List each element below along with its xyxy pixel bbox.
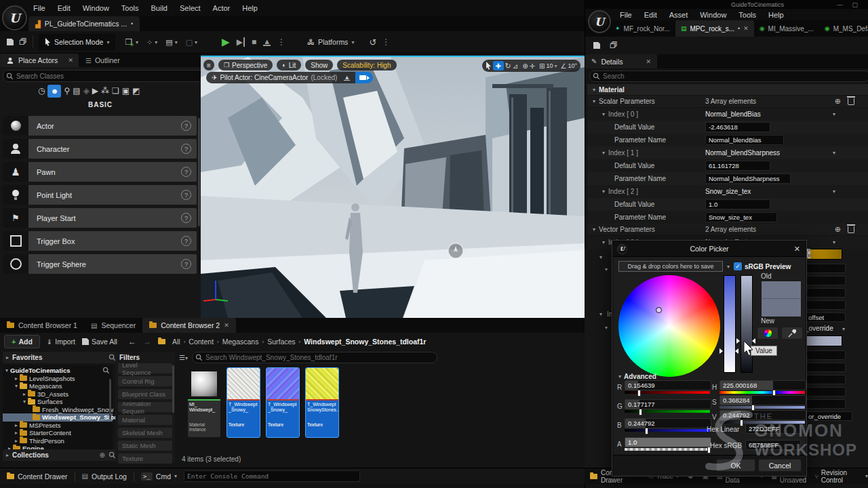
parameter-name-input[interactable] bbox=[705, 135, 784, 145]
filter-skeletal-mesh[interactable]: Skeletal Mesh bbox=[118, 428, 172, 438]
menu-actor[interactable]: Actor bbox=[207, 1, 237, 16]
scalar-index-2-row[interactable]: ▾Index [ 2 ] Snow_size_tex ▾ bbox=[587, 185, 868, 198]
details-search-input[interactable]: Search bbox=[589, 70, 868, 82]
place-item-trigger-box[interactable]: Trigger Box ? bbox=[3, 231, 197, 251]
stop-button[interactable]: ■ bbox=[252, 37, 256, 47]
color-wheel-mode-button[interactable] bbox=[757, 327, 778, 340]
favorites-header[interactable]: ▸ Favorites bbox=[3, 352, 119, 363]
hex-linear-input[interactable] bbox=[745, 424, 801, 434]
chevron-down-icon[interactable]: ▾ bbox=[727, 264, 730, 270]
platforms-dropdown[interactable]: 🖧 Platforms ▾ bbox=[307, 38, 354, 46]
place-item-point-light[interactable]: Point Light ? bbox=[3, 185, 197, 205]
r-gradient-bar[interactable] bbox=[625, 391, 710, 394]
s-gradient-bar[interactable] bbox=[719, 406, 805, 409]
close-tab-icon[interactable]: ✕ bbox=[68, 57, 73, 64]
default-value-input[interactable] bbox=[705, 199, 770, 209]
chevron-down-icon[interactable]: ▾ bbox=[833, 239, 835, 245]
asset-material-instance[interactable]: MI_ Windswept_ Material Instance bbox=[188, 368, 220, 437]
import-button[interactable]: ⇓ Import bbox=[47, 338, 75, 346]
shapes-category-icon[interactable]: ❏ bbox=[112, 86, 119, 96]
tree-item[interactable]: ▸MSPresets bbox=[3, 422, 113, 430]
browse-icon[interactable]: 🗇 bbox=[610, 41, 618, 50]
trash-icon[interactable] bbox=[848, 98, 854, 105]
clipped-field[interactable] bbox=[805, 264, 846, 273]
place-item-player-start[interactable]: ⚑ Player Start ? bbox=[3, 208, 197, 228]
tree-item[interactable]: ▸StarterContent bbox=[3, 429, 113, 437]
content-drawer-button[interactable]: Content Drawer bbox=[7, 472, 68, 481]
value-marker-left[interactable] bbox=[736, 338, 740, 344]
b-gradient-bar[interactable] bbox=[625, 429, 710, 432]
help-icon[interactable]: ? bbox=[181, 236, 191, 246]
scalar-parameters-header[interactable]: ▾Scalar Parameters 3 Array elements ⊕ bbox=[587, 96, 868, 107]
param-dropdown[interactable]: Normal_blendSharpness bbox=[705, 149, 780, 157]
cinematics-dropdown[interactable]: ▤▾ bbox=[165, 38, 177, 47]
add-collection-icon[interactable]: ⊕ bbox=[100, 451, 105, 459]
chevron-down-icon[interactable]: ▾ bbox=[833, 188, 835, 195]
color-wheel-marker[interactable] bbox=[656, 307, 662, 313]
close-tab-icon[interactable]: ✕ bbox=[646, 58, 652, 65]
basic-category-icon[interactable]: ☻ bbox=[47, 85, 61, 98]
show-dropdown[interactable]: Show bbox=[305, 60, 333, 70]
quick-settings-dropdown[interactable]: ▢▾ bbox=[186, 38, 197, 47]
search-icon[interactable] bbox=[102, 367, 110, 374]
menu-help[interactable]: Help bbox=[236, 1, 264, 16]
viewport-options-menu[interactable]: ≡ bbox=[203, 60, 214, 70]
eject-pilot-icon[interactable]: ▲ bbox=[344, 75, 350, 81]
menu-edit[interactable]: Edit bbox=[52, 1, 77, 16]
clipped-field[interactable] bbox=[805, 276, 846, 285]
tree-scrollbar[interactable] bbox=[109, 379, 111, 420]
r-input[interactable] bbox=[625, 380, 711, 390]
advanced-toggle[interactable]: ▾Advanced bbox=[618, 373, 656, 380]
save-icon[interactable] bbox=[593, 42, 600, 49]
value-slider[interactable] bbox=[741, 275, 753, 373]
close-tab-icon[interactable]: ✕ bbox=[224, 322, 229, 329]
eject-button[interactable]: ▲ bbox=[263, 38, 271, 46]
rotate-tool-icon[interactable]: ↻ bbox=[505, 62, 511, 70]
breadcrumb-all[interactable]: All bbox=[172, 338, 180, 346]
help-icon[interactable]: ? bbox=[181, 121, 191, 131]
move-tool-icon[interactable]: ✚ bbox=[493, 61, 504, 70]
clipped-field[interactable] bbox=[805, 375, 846, 384]
browse-icon[interactable]: 🗇 bbox=[19, 37, 27, 47]
output-log-button[interactable]: ▤ Output Log bbox=[82, 472, 127, 481]
g-gradient-bar[interactable] bbox=[625, 410, 710, 413]
pilot-actor-pill[interactable]: ✈ Pilot Actor: CineCameraActor (Locked) … bbox=[206, 72, 355, 83]
clipped-field[interactable] bbox=[805, 363, 846, 372]
breadcrumb-content[interactable]: Content bbox=[189, 338, 214, 346]
tab-place-actors[interactable]: Place Actors ✕ bbox=[0, 54, 79, 67]
menu-build[interactable]: Build bbox=[145, 1, 174, 16]
forward-icon[interactable]: → bbox=[143, 337, 151, 346]
tab-outliner[interactable]: ☰ Outliner bbox=[79, 54, 127, 67]
angle-snap-value[interactable]: 10° bbox=[568, 62, 577, 69]
volumes-category-icon[interactable]: ▶ bbox=[92, 86, 98, 96]
help-icon[interactable]: ? bbox=[181, 144, 191, 154]
cmd-dropdown[interactable]: >_ Cmd ▾ bbox=[141, 472, 177, 481]
scalar-index-1-row[interactable]: ▾Index [ 1 ] Normal_blendSharpness ▾ bbox=[587, 146, 868, 159]
perspective-dropdown[interactable]: ❒Perspective bbox=[218, 60, 273, 70]
g-input[interactable] bbox=[625, 399, 711, 409]
tree-item[interactable]: ▸LevelSnapshots bbox=[3, 375, 113, 383]
tree-item[interactable]: ▾Megascans bbox=[3, 382, 113, 390]
scale-tool-icon[interactable]: ⊿ bbox=[513, 62, 518, 70]
grid-snap-icon[interactable]: ⊞ bbox=[539, 62, 545, 70]
s-input[interactable] bbox=[719, 395, 806, 405]
maximize-icon[interactable]: ▢ bbox=[852, 1, 858, 8]
scalar-index-0-row[interactable]: ▾Index [ 0 ] Normal_blendBias ▾ bbox=[587, 108, 868, 121]
close-icon[interactable]: ✕ bbox=[794, 245, 800, 253]
add-element-icon[interactable]: ⊕ bbox=[835, 225, 841, 234]
chevron-down-icon[interactable]: ▾ bbox=[842, 326, 845, 332]
chevron-down-icon[interactable]: ▾ bbox=[833, 111, 835, 117]
hex-srgb-input[interactable] bbox=[745, 440, 801, 450]
close-tab-icon[interactable]: ✕ bbox=[743, 25, 749, 32]
angle-snap-icon[interactable]: ∠ bbox=[560, 62, 566, 70]
place-item-actor[interactable]: Actor ? bbox=[3, 116, 197, 136]
clipped-field[interactable] bbox=[805, 399, 846, 409]
asset-texture-normal[interactable]: T_Windswept _Snowy_ Texture bbox=[267, 368, 299, 437]
filters-scrollbar[interactable] bbox=[172, 365, 174, 413]
filter-control-rig[interactable]: Control Rig bbox=[118, 376, 172, 386]
filter-material[interactable]: Material bbox=[118, 415, 172, 425]
select-tool-icon[interactable] bbox=[486, 62, 492, 70]
toolbar-kebab[interactable]: ⋮ bbox=[382, 37, 390, 47]
tree-item-selected[interactable]: Windswept_Snowy_Ston bbox=[3, 413, 113, 422]
back-icon[interactable]: ← bbox=[128, 337, 136, 346]
